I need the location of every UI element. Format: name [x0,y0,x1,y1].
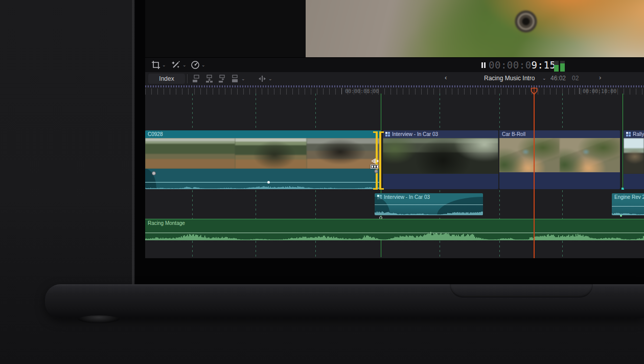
clip-interview-audio[interactable]: Interview - In Car 03 [375,193,483,215]
connect-edit-button[interactable] [192,75,201,83]
timecode-dim: 00:00:0 [489,59,532,71]
retime-chevron[interactable]: ⌄ [201,62,205,67]
clip-interview-filmstrip [383,138,498,174]
audio-meter-right [560,61,565,72]
clip-c0928-filmstrip [145,138,381,169]
enhance-wand-icon[interactable] [171,60,180,70]
clip-interview-video[interactable]: Interview - In Car 03 [383,130,498,189]
clip-car-broll[interactable]: Car B-Roll [499,130,620,189]
project-name-chevron[interactable]: ⌄ [542,76,546,81]
clip-c0928-header: C0928 [145,130,381,138]
connection-dot-small[interactable] [620,215,622,217]
trim-tool-chevron[interactable]: ⌄ [268,76,272,81]
trim-bracket-right-cap-bottom [381,188,384,190]
timecode-display: 00:00:09:15 [489,59,556,71]
macbook-rubber-foot [78,315,120,323]
project-name[interactable]: Racing Music Intro [484,75,535,82]
crop-tool-chevron[interactable]: ⌄ [162,62,166,67]
clip-engine-rev-header: Engine Rev 2 [612,193,644,200]
ruler-ticks [145,88,644,95]
clip-interview-video-header: Interview - In Car 03 [383,130,498,138]
pause-icon[interactable] [481,62,486,68]
project-duration-secondary: 02 [572,75,579,82]
clip-engine-rev-waveform [612,210,644,215]
trim-bracket-left-cap-top [373,131,376,133]
clip-racing-montage-name: Racing Montage [148,220,185,226]
trim-cursor-dot [374,169,378,173]
clip-racing-montage-header: Racing Montage [145,219,644,226]
playhead-line[interactable] [534,87,535,258]
final-cut-pro-window: ⌄ ⌄ ⌄ 00:00:09:15 Index [145,0,644,258]
clip-racing-montage[interactable]: Racing Montage [145,219,644,240]
retime-gauge-icon[interactable] [191,60,200,70]
video-preview[interactable] [306,0,644,58]
thumb-car-slide [307,138,381,169]
clip-car-broll-filmstrip [499,138,620,172]
tools-toolbar: ⌄ ⌄ ⌄ 00:00:09:15 [145,58,644,72]
trim-bracket-left-cap-bottom [373,188,376,190]
clip-c0928-audio-section [145,169,381,189]
clip-interview-audio-name: Interview - In Car 03 [384,194,430,200]
thumb-steering-wheel [624,138,644,174]
clip-c0928[interactable]: C0928 [145,130,381,189]
screen-left-edge [132,0,135,284]
trim-bracket-right-cap-top [381,131,384,133]
ruler-label-10s: 00:00:10:00 [583,88,616,94]
volume-keyframe-dot[interactable] [267,181,270,184]
macbook-lid-scoop [450,284,593,298]
clip-c0928-name: C0928 [148,131,163,137]
enhance-chevron[interactable]: ⌄ [182,62,187,67]
tire-in-video [514,10,538,33]
thumb-aerial-2 [560,138,620,172]
toolbar-divider [187,74,188,83]
project-duration: 46:02 [550,75,566,82]
desktop-scene: ⌄ ⌄ ⌄ 00:00:09:15 Index [0,0,644,364]
clip-rally-race-header: Rally Ra [624,130,644,138]
multicam-icon [626,132,631,136]
timeline-toolbar: Index ⌄ ⌄ ‹ Racing Music Intro ⌄ 46:02 [145,72,644,85]
trim-cursor-icon [371,157,384,165]
snap-line-clip-edge [623,94,623,189]
index-button[interactable]: Index [148,74,185,84]
clip-engine-rev-name: Engine Rev 2 [614,194,644,200]
thumb-aerial-1 [499,138,560,172]
crop-tool-icon[interactable] [151,60,160,70]
ruler-mark-8s [341,88,342,94]
timeline-ruler[interactable]: 00:00:08:00 00:00:10:00 [145,87,644,95]
overwrite-edit-button[interactable] [231,75,239,83]
clip-car-broll-header: Car B-Roll [499,130,620,138]
racing-montage-volume-line[interactable] [145,233,644,233]
video-frame-art [306,0,644,58]
next-project-chevron[interactable]: › [599,74,601,81]
viewer-panel [145,0,644,58]
multicam-icon [385,132,390,136]
append-edit-button[interactable] [218,75,226,83]
audio-meter-left [554,61,559,72]
clip-interview-video-name: Interview - In Car 03 [392,131,438,137]
audio-meter-left-fill [554,65,559,72]
timecode-bright: 9:15 [532,59,556,71]
clip-c0928-volume-line[interactable] [145,182,381,183]
audio-meter-right-fill [560,63,565,72]
engine-rev-volume-line[interactable] [612,206,644,207]
clip-rally-filmstrip [624,138,644,174]
edit-buttons-chevron[interactable]: ⌄ [241,76,245,81]
clip-interview-audio-waveform [375,207,483,215]
trim-tool-button[interactable] [257,75,266,83]
playhead-head[interactable] [531,87,538,95]
clip-rally-race[interactable]: Rally Ra [624,130,644,189]
ruler-label-8s: 00:00:08:00 [345,88,379,94]
racing-montage-waveform [145,229,644,240]
insert-edit-button[interactable] [205,75,214,83]
filmstrip-cursor-icon [371,165,378,169]
clip-c0928-waveform [145,184,381,189]
thumb-driver-interior [383,138,498,174]
interview-audio-volume-line[interactable] [375,204,483,205]
previous-project-chevron[interactable]: ‹ [445,74,447,81]
clip-car-broll-name: Car B-Roll [502,131,525,137]
ruler-mark-10s [579,88,580,94]
thumb-landscape-2 [235,138,307,169]
clip-engine-rev[interactable]: Engine Rev 2 [612,193,644,215]
fade-handle[interactable] [152,171,156,175]
clip-rally-race-name: Rally Ra [633,131,644,137]
